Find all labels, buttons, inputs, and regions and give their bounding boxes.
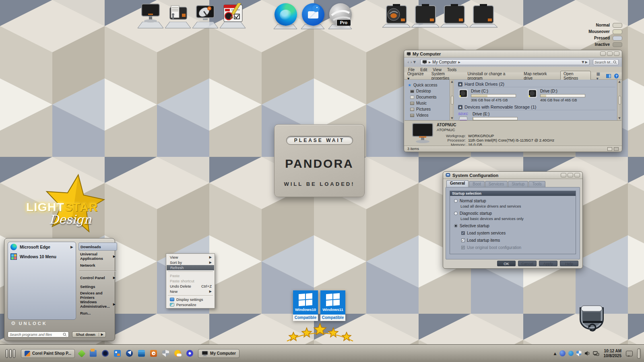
menu-run[interactable]: Run... bbox=[78, 310, 117, 316]
ok-button[interactable]: OK bbox=[497, 261, 516, 266]
sysconfig-titlebar[interactable]: System Configuration bbox=[443, 172, 582, 179]
state-swatch-normal[interactable] bbox=[613, 23, 622, 28]
ctx-new[interactable]: New▶ bbox=[166, 289, 215, 294]
search-input[interactable] bbox=[594, 60, 613, 64]
pointer-app-icon[interactable] bbox=[126, 350, 133, 357]
check-load-startup-items[interactable]: ✓ Load startup items bbox=[461, 238, 576, 243]
ctx-sort-by[interactable]: Sort by▶ bbox=[166, 260, 215, 265]
people-app-icon[interactable] bbox=[114, 350, 121, 357]
history-dropdown[interactable]: ▼ bbox=[413, 60, 417, 64]
views-icon[interactable]: ▦ ▼ bbox=[597, 72, 603, 80]
radio-diagnostic-startup[interactable]: Diagnostic startup bbox=[454, 211, 576, 216]
media-app-icon[interactable] bbox=[150, 350, 157, 357]
maximize-button[interactable] bbox=[568, 173, 573, 177]
nav-pictures[interactable]: Pictures bbox=[408, 106, 450, 112]
thumbnail-view-icon[interactable] bbox=[614, 147, 619, 151]
preview-pane-icon[interactable] bbox=[606, 74, 611, 78]
pinned-windows10-menu[interactable]: Windows 10 Menu bbox=[8, 252, 76, 261]
tab-general[interactable]: General bbox=[446, 180, 469, 187]
tab-services[interactable]: Services bbox=[485, 181, 508, 187]
nav-scrollbar[interactable]: ▲▼ bbox=[450, 80, 454, 120]
diamond-app-icon[interactable] bbox=[78, 350, 86, 358]
ctx-display-settings[interactable]: Display settings bbox=[166, 297, 215, 302]
close-button[interactable] bbox=[614, 51, 619, 56]
forward-button[interactable]: › bbox=[410, 60, 413, 65]
start-search-box[interactable] bbox=[8, 331, 69, 337]
menu-control-panel[interactable]: Control Panel▶ bbox=[78, 274, 117, 281]
menu-settings[interactable]: Settings bbox=[78, 283, 117, 290]
map-network-drive-button[interactable]: Map network drive bbox=[524, 72, 555, 80]
radio-normal-startup[interactable]: Normal startup bbox=[454, 199, 576, 203]
monitor-icon[interactable] bbox=[139, 3, 162, 23]
system-properties-button[interactable]: System properties bbox=[431, 72, 462, 80]
my-computer-titlebar[interactable]: My Computer bbox=[404, 50, 622, 58]
show-desktop-button[interactable] bbox=[637, 348, 641, 359]
notification-center-icon[interactable] bbox=[626, 351, 633, 356]
ctx-personalize[interactable]: Personalize bbox=[166, 302, 215, 307]
shield-app-icon[interactable] bbox=[162, 350, 169, 357]
pinned-microsoft-edge[interactable]: Microsoft Edge ▶ bbox=[8, 242, 76, 252]
task-my-computer[interactable]: My Computer bbox=[198, 349, 239, 358]
recycle-bin-icon[interactable] bbox=[577, 303, 606, 334]
maximize-button[interactable] bbox=[607, 51, 613, 56]
opera-gx-icon[interactable] bbox=[102, 350, 109, 357]
minimize-button[interactable] bbox=[600, 51, 606, 56]
details-view-icon[interactable] bbox=[607, 147, 612, 151]
layers-app-icon[interactable] bbox=[138, 350, 145, 357]
section-hard-disks[interactable]: ▲ Hard Disk Drives (2) bbox=[458, 82, 615, 87]
organize-button[interactable]: Organize ▼ bbox=[407, 72, 426, 80]
menu-windows-administrative[interactable]: Windows Administrative...▶ bbox=[78, 301, 117, 307]
volume-icon[interactable] bbox=[584, 351, 590, 356]
satellite-icon[interactable] bbox=[194, 3, 217, 23]
close-button[interactable] bbox=[574, 173, 580, 177]
state-swatch-mouseover[interactable] bbox=[613, 29, 622, 34]
back-button[interactable]: ‹ bbox=[407, 60, 410, 65]
ctx-undo-delete[interactable]: Undo DeleteCtrl+Z bbox=[166, 284, 215, 289]
nav-desktop[interactable]: Desktop bbox=[408, 88, 450, 94]
cancel-button[interactable]: Cancel bbox=[518, 261, 537, 266]
start-button[interactable] bbox=[6, 349, 15, 358]
menu-devices-printers[interactable]: Devices and Printers bbox=[78, 292, 117, 298]
radio-selective-startup[interactable]: Selective startup bbox=[454, 224, 576, 228]
drive-c[interactable]: Drive (C:) 306 GB free of 475 GB bbox=[458, 89, 516, 102]
tab-boot[interactable]: Boot bbox=[469, 181, 485, 187]
collapse-icon[interactable]: ▲ bbox=[458, 82, 462, 86]
collapse-icon[interactable]: ▲ bbox=[458, 105, 462, 109]
check-load-system-services[interactable]: ✓ Load system services bbox=[461, 231, 576, 235]
edge-icon[interactable] bbox=[275, 3, 297, 26]
nav-videos[interactable]: Videos bbox=[408, 112, 450, 118]
menu-network[interactable]: Network bbox=[78, 262, 117, 268]
fax-printer-icon[interactable] bbox=[167, 3, 189, 23]
menu-universal-applications[interactable]: Universal Applications▶ bbox=[78, 253, 117, 259]
tray-cortana-icon[interactable] bbox=[559, 350, 566, 356]
help-button[interactable]: Help bbox=[560, 261, 578, 266]
menu-downloads[interactable]: Downloads bbox=[78, 243, 117, 251]
shutdown-button[interactable]: Shut down ▶ bbox=[72, 331, 106, 337]
taskbar-clock[interactable]: 10:12 AM 10/8/2025 bbox=[604, 349, 622, 358]
weather-app-icon[interactable] bbox=[174, 350, 181, 357]
tray-blue-dot-icon[interactable] bbox=[568, 351, 574, 356]
editor-icon[interactable] bbox=[221, 3, 245, 24]
section-removable[interactable]: ▲ Devices with Removable Storage (1) bbox=[458, 105, 615, 110]
drive-d[interactable]: Drive (D:) 406 GB free of 465 GB bbox=[527, 89, 585, 102]
network-icon[interactable] bbox=[593, 351, 599, 356]
files-app-icon[interactable] bbox=[90, 350, 97, 357]
minimize-button[interactable] bbox=[561, 173, 566, 177]
help-icon[interactable]: ? bbox=[614, 74, 619, 78]
breadcrumb[interactable]: My Computer bbox=[432, 60, 456, 64]
apply-button[interactable]: Apply bbox=[539, 261, 557, 266]
browser-ring-icon[interactable] bbox=[186, 350, 193, 357]
tab-startup[interactable]: Startup bbox=[508, 181, 528, 187]
start-search-input[interactable] bbox=[10, 333, 63, 337]
tab-tools[interactable]: Tools bbox=[528, 181, 545, 187]
shutdown-options-arrow[interactable]: ▶ bbox=[99, 333, 105, 336]
state-swatch-inactive[interactable] bbox=[613, 42, 622, 47]
ctx-view[interactable]: View▶ bbox=[166, 255, 215, 260]
state-swatch-pressed[interactable] bbox=[613, 36, 622, 41]
tray-expand-icon[interactable]: ▲ bbox=[554, 352, 557, 356]
uninstall-button[interactable]: Uninstall or change a program bbox=[467, 72, 518, 80]
nav-music[interactable]: Music bbox=[408, 100, 450, 106]
task-corel-paint-shop[interactable]: Corel Paint Shop P... bbox=[21, 349, 75, 358]
nav-quick-access[interactable]: ★ Quick access bbox=[408, 82, 450, 88]
address-dropdown-icon[interactable]: ▼ ▶ bbox=[582, 60, 588, 64]
